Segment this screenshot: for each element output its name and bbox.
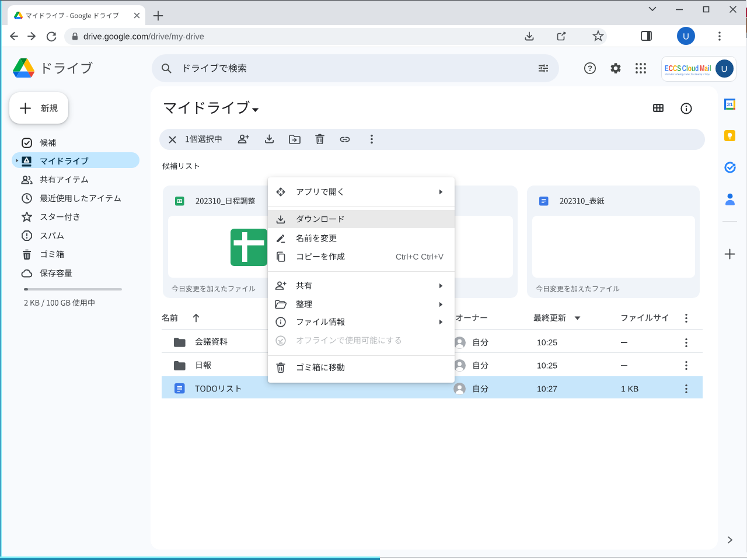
- svg-text:31: 31: [727, 101, 732, 107]
